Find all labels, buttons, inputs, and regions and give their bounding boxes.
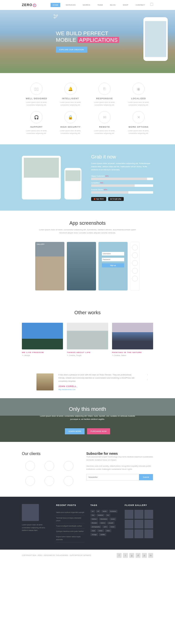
flickr-img-5[interactable] [144,520,153,528]
feature-6: ✉ REMOTE Lorem ipsum dolor sit amet, con… [90,111,119,135]
tag-video[interactable]: video [105,529,111,532]
recent-post-0[interactable]: Habit eros nostrum imperdiet suscipit [56,510,85,515]
flickr-img-0[interactable] [125,510,133,518]
nav-services[interactable]: SERVICES [64,3,77,7]
screenshot-3[interactable]: Sign up [98,242,128,290]
recent-posts-title: RECENT POSTS [56,504,85,506]
work-0[interactable]: WE LIVE FREEDOM✎ Lifestyle [22,323,63,356]
tag-business[interactable]: business [109,510,118,513]
nav-home[interactable]: HOME [51,3,60,7]
nav-shop[interactable]: SHOP [121,3,130,7]
feature-icon-5: 🔒 [64,111,77,123]
social-p[interactable]: p [142,553,147,558]
progress-0: Happy Customers 90% [91,175,153,180]
flickr-img-7[interactable] [134,530,143,538]
recent-post-2[interactable]: Fusce at aliquet bandituals curtius [56,524,85,529]
cta-section: Only this month Lorem ipsum dolor sit am… [0,398,175,442]
nav-blog[interactable]: BLOG [108,3,117,7]
footer-about: Lorem ipsum dolor sit amet consectetur a… [22,524,50,532]
testimonial-link[interactable]: http://teslathemes.com [58,389,75,390]
cta-title: Only this month [39,406,136,412]
nav-dot-1[interactable] [132,244,138,250]
screenshots-desc: Lorem ipsum dolor sit amet, consectetur … [39,228,136,235]
social-d[interactable]: d [136,553,140,558]
nav-dot-3[interactable] [132,260,138,266]
hero-cta-button[interactable]: EXPLORE OUR CREATION [56,46,87,53]
cart-icon[interactable] [150,3,153,6]
tag-all[interactable]: all [96,510,100,513]
tag-city[interactable]: city [90,514,96,516]
flickr-img-2[interactable] [144,510,153,518]
feature-0: ▯▯ WELL DESIGNED Lorem ipsum dolor sit a… [22,83,51,106]
client-logo-0 [22,460,38,472]
screenshot-2[interactable] [67,242,96,290]
tag-lifestyle[interactable]: lifestyle [90,522,98,524]
login-password[interactable] [102,258,124,261]
feature-desc-1: Lorem ipsum dolor sit amet, consectetur … [56,101,85,106]
tag-music[interactable]: music [109,518,116,520]
bottom-bar: COPYRIGHT 2018 · ZERO · DESIGNED BY TESL… [0,550,175,561]
testimonial-quote: It has been a pleasure to work with the … [58,374,138,383]
newsletter-input[interactable] [87,474,139,480]
tag-fashion[interactable]: fashion [90,518,98,520]
nav-dot-4[interactable] [132,268,138,274]
tag-photography[interactable]: photography [90,525,101,528]
tag-print[interactable]: print [102,525,108,528]
social-f[interactable]: f [117,553,121,558]
testimonial-down-arrow[interactable]: ↓ [147,378,148,381]
newsletter-submit[interactable]: Submit [139,474,153,480]
tag-audio[interactable]: audio [101,510,108,513]
nav-contact[interactable]: CONTACT [134,3,147,7]
flickr-img-3[interactable] [125,520,133,528]
flickr-img-1[interactable] [134,510,143,518]
app-store-button[interactable]: 🍎 App Store [91,197,106,201]
tag-art[interactable]: art [90,510,95,513]
device-mockups [22,156,84,200]
social-t[interactable]: t [123,553,128,558]
learn-more-button[interactable]: LEARN MORE [65,428,85,434]
social-g[interactable]: g [129,553,134,558]
flickr-img-6[interactable] [125,530,133,538]
tag-vintage[interactable]: vintage [90,533,98,536]
screenshots-title: App screenshots [22,220,153,226]
nav-dot-2[interactable] [132,252,138,258]
work-2[interactable]: PAINTING IN THE NATURE✎ Creative, Nature [112,323,153,356]
tag-fun[interactable]: fun [105,514,110,516]
recent-post-3[interactable]: Quisque maximus enim justo habitur [56,529,85,534]
tag-illustration[interactable]: illustration [99,518,108,520]
tag-urban[interactable]: urban [97,529,104,532]
hero-section: 🕊 WE BUILD PERFECT MOBILE APPLICATIONS E… [0,10,175,73]
testimonial-section: It has been a pleasure to work with the … [0,366,175,398]
nav-dot-5[interactable] [132,276,138,282]
feature-desc-3: Lorem ipsum dolor sit amet, consectetur … [124,101,153,106]
tag-nature[interactable]: nature [99,522,106,524]
work-1[interactable]: THINGS ABOUT LIFE✎ Creative, People [67,323,108,356]
google-play-button[interactable]: ▶ Google play [108,197,124,201]
nav-works[interactable]: WORKS [81,3,92,7]
features-section: ▯▯ WELL DESIGNED Lorem ipsum dolor sit a… [0,73,175,144]
testimonial-up-arrow[interactable]: ↑ [147,374,148,376]
feature-title-7: MORE OPTIONS [124,126,153,128]
login-username[interactable] [102,252,124,256]
social-in[interactable]: in [148,553,153,558]
flickr-img-8[interactable] [144,530,153,538]
recent-post-4[interactable]: Eripse lorem dolore varius turpis adorni… [56,534,85,542]
purchase-button[interactable]: PURCHASE NOW [87,428,110,434]
tag-people[interactable]: people [107,522,114,524]
feature-title-2: RESPONSIVE [90,97,119,100]
screenshot-1[interactable]: GALLERY [35,242,64,290]
tag-wildlife[interactable]: wildlife [99,533,106,536]
works-title: Other works [22,310,153,316]
footer-avatar [22,504,39,521]
tag-street[interactable]: street [109,525,116,528]
other-works-section: Other works WE LIVE FREEDOM✎ Lifestyle T… [0,300,175,366]
recent-post-1[interactable]: Terrimat focus et impsu interestel unum [56,516,85,524]
feature-icon-2: ⎘ [98,83,111,95]
logo[interactable]: ZERO [22,3,36,7]
tag-creative[interactable]: creative [96,514,104,516]
flickr-img-4[interactable] [134,520,143,528]
signup-button[interactable]: Sign up [102,263,124,268]
testimonial-name: JOHN CORELL [58,385,138,388]
tag-style[interactable]: style [90,529,96,532]
nav-team[interactable]: TEAM [96,3,105,7]
